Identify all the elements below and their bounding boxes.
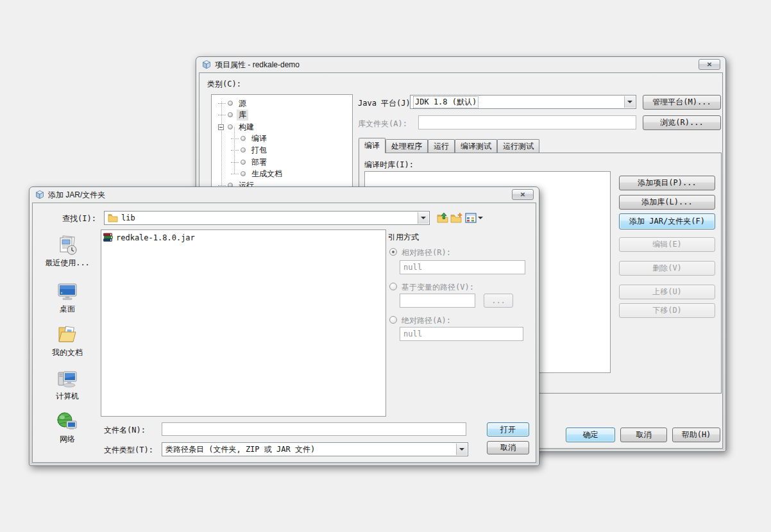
help-button[interactable]: 帮助(H) <box>672 428 720 442</box>
tree-connector <box>231 150 239 151</box>
move-up-button[interactable]: 上移(U) <box>619 285 715 299</box>
tree-item-build[interactable]: 构建 <box>218 121 256 133</box>
libraries-folder-label: 库文件夹(A): <box>358 119 407 129</box>
collapse-icon[interactable] <box>218 124 224 130</box>
relative-path-label: 相对路径(R): <box>402 247 451 258</box>
network-icon <box>56 411 78 432</box>
look-in-select[interactable]: lib <box>104 211 430 225</box>
tab-compile[interactable]: 编译 <box>359 138 386 153</box>
tree-connector <box>231 174 239 174</box>
recent-items-icon <box>56 234 78 256</box>
chevron-down-icon[interactable] <box>478 217 483 219</box>
reference-group-title: 引用方式 <box>388 232 419 243</box>
file-type-label: 文件类型(T): <box>104 445 153 456</box>
file-name-field[interactable] <box>162 422 466 436</box>
chevron-down-icon[interactable] <box>418 212 428 224</box>
cancel-button[interactable]: 取消 <box>620 428 667 442</box>
relative-path-radio[interactable] <box>389 248 397 256</box>
java-platform-value: JDK 1.8 (默认) <box>414 97 478 108</box>
absolute-path-radio[interactable] <box>389 316 397 324</box>
jar-file-icon <box>103 233 113 242</box>
tree-node-icon <box>241 160 246 165</box>
file-name-label: 文件名(N): <box>104 425 146 436</box>
open-button[interactable]: 打开 <box>487 422 529 436</box>
add-jar-folder-client: 查找(I): lib <box>32 203 536 463</box>
chevron-down-icon[interactable] <box>624 96 635 108</box>
manage-platforms-button[interactable]: 管理平台(M)... <box>643 95 721 110</box>
desktop-icon <box>56 281 78 302</box>
libraries-folder-field[interactable] <box>418 115 636 129</box>
tree-node-icon <box>228 112 233 117</box>
add-project-button[interactable]: 添加项目(P)... <box>619 176 715 190</box>
compile-libs-label: 编译时库(I): <box>364 160 414 170</box>
tree-connector <box>231 162 239 163</box>
add-jar-folder-button[interactable]: 添加 JAR/文件夹(F) <box>619 213 715 229</box>
variable-path-browse-button[interactable]: ... <box>484 294 513 308</box>
view-menu-icon[interactable] <box>464 212 477 224</box>
close-icon[interactable]: ✕ <box>699 59 720 70</box>
tab-compile-tests[interactable]: 编译测试 <box>455 139 497 153</box>
remove-button[interactable]: 删除(V) <box>619 261 715 276</box>
tree-item-libraries[interactable]: 库 <box>218 109 248 121</box>
place-label: 我的文档 <box>52 347 83 358</box>
tree-node-icon <box>228 124 233 129</box>
add-jar-folder-title: 添加 JAR/文件夹 <box>48 190 105 201</box>
java-platform-label: Java 平台(J): <box>358 98 415 109</box>
ok-button[interactable]: 确定 <box>566 428 615 442</box>
add-jar-folder-dialog: 添加 JAR/文件夹 ✕ 查找(I): lib <box>29 187 539 466</box>
tree-item-packaging[interactable]: 打包 <box>231 144 269 156</box>
edit-button[interactable]: 编辑(E) <box>619 237 715 252</box>
variable-path-radio[interactable] <box>389 283 397 290</box>
categories-label: 类别(C): <box>207 79 241 90</box>
tree-connector <box>218 115 226 115</box>
file-name: redkale-1.8.0.jar <box>116 233 195 242</box>
chevron-down-icon[interactable] <box>456 444 467 455</box>
add-jar-folder-titlebar[interactable]: 添加 JAR/文件夹 <box>30 187 539 203</box>
tree-node-icon <box>241 171 246 176</box>
netbeans-cube-icon <box>202 60 211 69</box>
variable-path-field[interactable] <box>400 294 475 308</box>
folder-icon <box>108 213 118 222</box>
add-library-button[interactable]: 添加库(L)... <box>619 195 715 210</box>
browse-button[interactable]: 浏览(R)... <box>643 115 721 130</box>
file-type-select[interactable]: 类路径条目 (文件夹, ZIP 或 JAR 文件) <box>162 442 468 456</box>
place-network[interactable]: 网络 <box>37 411 98 445</box>
tree-node-icon <box>228 101 233 106</box>
relative-path-field[interactable]: null <box>400 260 525 274</box>
tree-node-icon <box>241 147 246 153</box>
tree-item-sources[interactable]: 源 <box>218 97 248 109</box>
tab-run[interactable]: 运行 <box>428 139 455 153</box>
computer-icon <box>56 369 78 389</box>
project-properties-titlebar[interactable]: 项目属性 - redkale-demo <box>196 57 725 72</box>
tab-run-tests[interactable]: 运行测试 <box>497 139 539 153</box>
tree-connector <box>231 138 239 139</box>
place-label: 计算机 <box>56 391 79 402</box>
tab-processors[interactable]: 处理程序 <box>386 139 428 153</box>
place-desktop[interactable]: 桌面 <box>37 281 98 315</box>
close-icon[interactable]: ✕ <box>512 189 534 200</box>
project-properties-title: 项目属性 - redkale-demo <box>215 60 300 71</box>
place-computer[interactable]: 计算机 <box>37 369 98 402</box>
absolute-path-field[interactable]: null <box>400 327 523 341</box>
variable-path-label: 基于变量的路径(V): <box>402 282 474 293</box>
up-one-level-icon[interactable] <box>436 212 449 224</box>
move-down-button[interactable]: 下移(D) <box>619 303 715 318</box>
tree-item-deploy[interactable]: 部署 <box>231 156 269 168</box>
netbeans-cube-icon <box>35 190 44 199</box>
java-platform-select[interactable]: JDK 1.8 (默认) <box>410 95 636 109</box>
tree-item-compile[interactable]: 编译 <box>231 133 269 144</box>
file-list[interactable]: redkale-1.8.0.jar <box>101 229 386 417</box>
file-item-redkale-jar[interactable]: redkale-1.8.0.jar <box>103 233 195 242</box>
new-folder-icon[interactable] <box>450 212 463 224</box>
cancel-button[interactable]: 取消 <box>487 441 529 454</box>
place-recent-items[interactable]: 最近使用... <box>37 234 98 269</box>
place-my-documents[interactable]: 我的文档 <box>37 324 98 358</box>
tree-connector <box>218 185 226 186</box>
look-in-value: lib <box>121 213 135 222</box>
place-label: 网络 <box>60 434 75 445</box>
absolute-path-label: 绝对路径(A): <box>402 315 451 326</box>
desktop: { "glyphs": { "close": "✕" }, "props": {… <box>0 0 771 532</box>
file-type-value: 类路径条目 (文件夹, ZIP 或 JAR 文件) <box>165 444 315 455</box>
tree-connector <box>218 103 226 104</box>
tree-item-documenting[interactable]: 生成文档 <box>231 168 284 179</box>
